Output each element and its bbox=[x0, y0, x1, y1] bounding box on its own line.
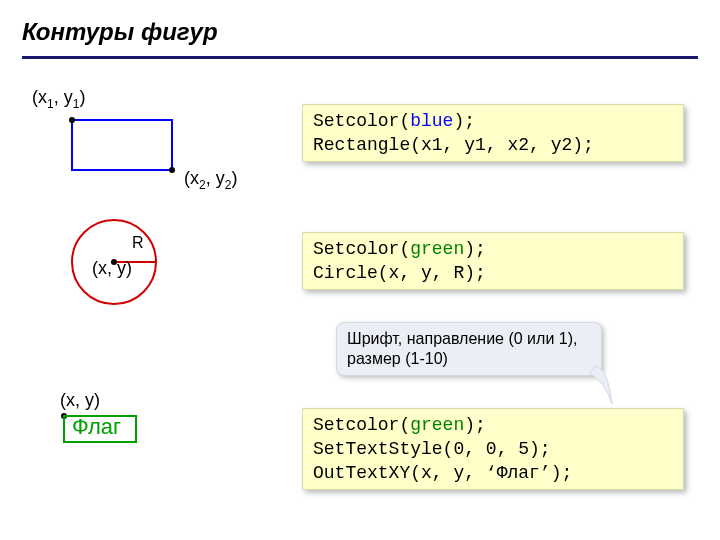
code-line: OutTextXY(x, y, ‘Флаг’); bbox=[313, 461, 673, 485]
code-line: SetTextStyle(0, 0, 5); bbox=[313, 437, 673, 461]
keyword-blue: blue bbox=[410, 111, 453, 131]
callout-hint: Шрифт, направление (0 или 1), размер (1-… bbox=[336, 322, 602, 376]
svg-point-2 bbox=[169, 167, 175, 173]
code-line: Rectangle(x1, y1, x2, y2); bbox=[313, 133, 673, 157]
flag-text: Флаг bbox=[72, 414, 121, 440]
label-xy-circle: (x, y) bbox=[92, 258, 132, 279]
code-line: Setcolor(green); bbox=[313, 413, 673, 437]
svg-rect-0 bbox=[72, 120, 172, 170]
label-r: R bbox=[132, 234, 144, 252]
text: 1 bbox=[47, 97, 54, 111]
text: ); bbox=[464, 239, 486, 259]
code-line: Circle(x, y, R); bbox=[313, 261, 673, 285]
text: ); bbox=[453, 111, 475, 131]
text: ) bbox=[231, 168, 237, 188]
label-p1: (x1, y1) bbox=[32, 87, 85, 111]
text: Setcolor( bbox=[313, 111, 410, 131]
code-line: Setcolor(green); bbox=[313, 237, 673, 261]
horizontal-rule bbox=[22, 56, 698, 59]
rectangle-diagram bbox=[64, 112, 184, 182]
label-xy-text: (x, y) bbox=[60, 390, 100, 411]
code-box-text: Setcolor(green); SetTextStyle(0, 0, 5); … bbox=[302, 408, 684, 490]
text: , y bbox=[54, 87, 73, 107]
label-p2: (x2, y2) bbox=[184, 168, 237, 192]
text: Setcolor( bbox=[313, 415, 410, 435]
text: (x bbox=[184, 168, 199, 188]
text: ) bbox=[79, 87, 85, 107]
callout-tail-icon bbox=[590, 360, 630, 410]
text: ); bbox=[464, 415, 486, 435]
text: 2 bbox=[199, 178, 206, 192]
code-box-circle: Setcolor(green); Circle(x, y, R); bbox=[302, 232, 684, 290]
text: (x bbox=[32, 87, 47, 107]
text: Шрифт, направление (0 или 1), bbox=[347, 329, 591, 349]
keyword-green: green bbox=[410, 239, 464, 259]
keyword-green: green bbox=[410, 415, 464, 435]
text: размер (1-10) bbox=[347, 349, 591, 369]
page-title: Контуры фигур bbox=[22, 18, 218, 46]
text: , y bbox=[206, 168, 225, 188]
code-line: Setcolor(blue); bbox=[313, 109, 673, 133]
code-box-rectangle: Setcolor(blue); Rectangle(x1, y1, x2, y2… bbox=[302, 104, 684, 162]
text: Setcolor( bbox=[313, 239, 410, 259]
svg-point-1 bbox=[69, 117, 75, 123]
